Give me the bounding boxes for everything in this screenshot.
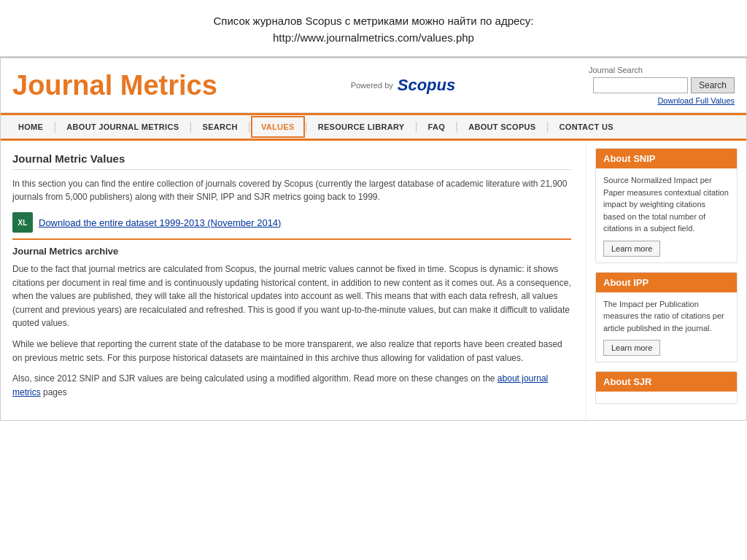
ipp-card-body: The Impact per Publication measures the … xyxy=(596,292,737,362)
nav-faq[interactable]: FAQ xyxy=(418,115,456,139)
archive-text-1: Due to the fact that journal metrics are… xyxy=(12,262,571,330)
site-logo: Journal Metrics xyxy=(12,71,217,99)
nav-about-journal-metrics[interactable]: ABOUT JOURNAL METRICS xyxy=(56,115,189,139)
logo-area: Journal Metrics xyxy=(12,71,217,99)
nav-search[interactable]: SEARCH xyxy=(193,115,248,139)
ipp-card: About IPP The Impact per Publication mea… xyxy=(595,272,738,363)
ipp-learn-more-button[interactable]: Learn more xyxy=(603,340,660,356)
archive-title: Journal Metrics archive xyxy=(12,246,571,257)
slide-title: Список журналов Scopus с метриками можно… xyxy=(0,0,747,58)
archive-text-2: While we believe that reporting the curr… xyxy=(12,338,571,365)
search-input[interactable] xyxy=(593,77,688,93)
download-link-row: XL Download the entire dataset 1999-2013… xyxy=(12,212,571,240)
nav-values[interactable]: VALUES xyxy=(251,116,305,138)
snip-learn-more-button[interactable]: Learn more xyxy=(603,241,660,257)
excel-icon: XL xyxy=(12,212,33,233)
nav-resource-library[interactable]: RESOURCE LIBRARY xyxy=(308,115,415,139)
intro-text: In this section you can find the entire … xyxy=(12,177,571,203)
powered-by-area: Powered by Scopus xyxy=(351,76,456,95)
scopus-logo: Scopus xyxy=(398,76,455,95)
slide-title-line2: http://www.journalmetrics.com/values.php xyxy=(273,31,474,44)
archive-text-3-end: pages xyxy=(43,387,67,397)
archive-text-3-start: Also, since 2012 SNIP and SJR values are… xyxy=(12,373,495,384)
archive-text-3: Also, since 2012 SNIP and SJR values are… xyxy=(12,372,571,399)
search-button[interactable]: Search xyxy=(691,77,735,93)
snip-card-header: About SNIP xyxy=(596,149,737,168)
content-left: Journal Metric Values In this section yo… xyxy=(1,141,586,420)
download-full-values-link[interactable]: Download Full Values xyxy=(657,96,735,105)
sjr-card-header: About SJR xyxy=(596,372,737,392)
search-box-area: Journal Search Search Download Full Valu… xyxy=(589,66,735,105)
main-content: Journal Metric Values In this section yo… xyxy=(1,141,746,420)
website-wrapper: Journal Metrics Powered by Scopus Journa… xyxy=(0,58,747,421)
nav-home[interactable]: HOME xyxy=(8,115,53,139)
ipp-card-header: About IPP xyxy=(596,273,737,292)
nav-bar: HOME | ABOUT JOURNAL METRICS | SEARCH | … xyxy=(1,113,746,141)
powered-label: Powered by xyxy=(351,81,393,90)
snip-card-text: Source Normalized Impact per Paper measu… xyxy=(603,176,729,233)
sjr-card: About SJR xyxy=(595,371,738,404)
site-header: Journal Metrics Powered by Scopus Journa… xyxy=(1,58,746,113)
snip-card: About SNIP Source Normalized Impact per … xyxy=(595,148,738,263)
nav-about-scopus[interactable]: ABOUT SCOPUS xyxy=(458,115,546,139)
search-row: Search xyxy=(593,77,735,93)
download-dataset-link[interactable]: Download the entire dataset 1999-2013 (N… xyxy=(39,217,281,228)
slide-title-line1: Список журналов Scopus с метриками можно… xyxy=(214,15,534,27)
journal-search-label: Journal Search xyxy=(589,66,643,74)
page-title: Journal Metric Values xyxy=(12,152,571,170)
snip-card-body: Source Normalized Impact per Paper measu… xyxy=(596,168,737,262)
sjr-card-body xyxy=(596,392,737,403)
ipp-card-text: The Impact per Publication measures the … xyxy=(603,300,724,332)
nav-contact-us[interactable]: CONTACT US xyxy=(549,115,624,139)
content-right: About SNIP Source Normalized Impact per … xyxy=(586,141,746,420)
